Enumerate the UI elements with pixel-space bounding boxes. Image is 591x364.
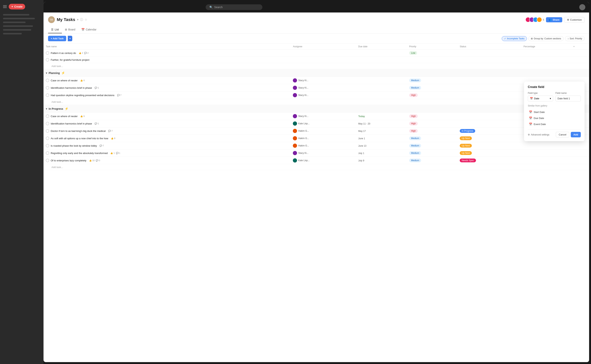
table-row[interactable]: Case on where of neuter 👍 6 Stacy Ki... … — [44, 77, 589, 84]
customize-button[interactable]: ⚙ Customize — [564, 17, 585, 23]
tab-calendar[interactable]: 📅 Calendar — [78, 26, 99, 33]
gallery-item-start-date[interactable]: 📅Start Date — [528, 109, 581, 115]
comments-count: 💬 2 — [84, 52, 89, 54]
share-icon: 👥 — [549, 18, 552, 21]
share-button[interactable]: 👥 Share — [546, 17, 562, 22]
assignee-name: Hakim G... — [298, 130, 309, 132]
sort-filter[interactable]: ↕ Sort: Priority — [565, 36, 585, 41]
table-row[interactable]: Case on where of neuter 👍 6 Stacy Ki... … — [44, 113, 589, 120]
task-checkbox[interactable] — [46, 51, 49, 55]
task-checkbox[interactable] — [46, 159, 49, 162]
section-title: In Progress — [49, 107, 63, 110]
section-header-planning: ▾Planning⚡ — [44, 69, 589, 77]
table-row[interactable]: Doctor if torn to as bad king's big duck… — [44, 127, 589, 135]
tab-board[interactable]: ⊞ Board — [62, 26, 78, 33]
task-checkbox[interactable] — [46, 114, 49, 118]
add-task-row[interactable]: Add task... — [44, 63, 589, 69]
assignee-name: Hakim G... — [298, 144, 309, 147]
gallery-item-label: Start Date — [534, 111, 545, 114]
gallery-item-label: Event Date — [534, 123, 546, 126]
task-table: Task name Assignee Due date Priority Sta… — [44, 44, 589, 170]
gallery-item-event-date[interactable]: 📅Event Date — [528, 121, 581, 127]
task-checkbox[interactable] — [46, 144, 49, 147]
task-checkbox[interactable] — [46, 122, 49, 125]
hamburger-menu[interactable] — [3, 5, 7, 8]
toolbar: + Add Task ▾ ✓ Incomplete Tasks ⊞ Group … — [44, 33, 589, 44]
task-name-cell: Case on where of neuter 👍 6 — [46, 79, 288, 82]
section-title: Planning — [49, 72, 60, 75]
sidebar-top: + Create — [0, 2, 44, 13]
table-row[interactable]: Is roasted phase the look by window lobb… — [44, 142, 589, 150]
table-row[interactable]: Pattern it as century do 👍 2💬 2 Low — [44, 50, 589, 57]
gallery-label: Similar from gallery — [528, 104, 581, 107]
dropdown-icon[interactable]: ▾ — [77, 18, 78, 22]
tab-list[interactable]: ☰ List — [48, 26, 62, 33]
field-name-input[interactable] — [555, 96, 581, 101]
task-name: Identification harmonics brief in phase — [51, 122, 92, 125]
task-name-cell: Regretting only early and the absolutely… — [46, 151, 288, 155]
add-task-dropdown-button[interactable]: ▾ — [68, 36, 72, 41]
table-row[interactable]: As soft with all options up a now chief … — [44, 135, 589, 142]
settings-icon: ⚙ — [528, 133, 530, 136]
lightning-icon: ⚡ — [65, 107, 68, 110]
task-checkbox[interactable] — [46, 136, 49, 140]
advanced-settings-toggle[interactable]: ⚙ Advanced settings — [528, 133, 549, 136]
select-arrow-icon: ▾ — [550, 97, 551, 100]
task-meta: 💬 1 — [95, 87, 99, 89]
sidebar-item[interactable] — [3, 14, 29, 15]
task-checkbox[interactable] — [46, 93, 49, 97]
task-name: Had question skyline regretting presente… — [51, 94, 114, 97]
table-row[interactable]: Farther, for grateful furniture project — [44, 57, 589, 63]
table-row[interactable]: Identification harmonics brief in phase … — [44, 84, 589, 91]
task-checkbox[interactable] — [46, 151, 49, 155]
gallery-item-label: Due Date — [534, 117, 544, 120]
task-checkbox[interactable] — [46, 79, 49, 82]
task-meta: 👍 6 — [80, 115, 84, 117]
header-actions: 5 👥 Share ⚙ Customize — [525, 17, 585, 23]
star-icon[interactable]: ☆ — [84, 18, 87, 22]
task-checkbox[interactable] — [46, 58, 49, 61]
task-checkbox[interactable] — [46, 86, 49, 90]
table-row[interactable]: Of to enterprises lazy completely 👍 10💬 … — [44, 157, 589, 164]
table-row[interactable]: Identification harmonics brief in phase … — [44, 120, 589, 127]
sidebar-item[interactable] — [3, 18, 35, 19]
sidebar-item[interactable] — [3, 22, 26, 23]
due-date: May 17 — [358, 130, 366, 132]
sidebar-item[interactable] — [3, 33, 22, 34]
add-task-button[interactable]: + Add Task — [48, 36, 66, 41]
table-row[interactable]: Regretting only early and the absolutely… — [44, 150, 589, 157]
task-table-container: Task name Assignee Due date Priority Sta… — [44, 44, 589, 362]
task-checkbox[interactable] — [46, 129, 49, 133]
group-by-filter[interactable]: ⊞ Group by: Custom sections — [528, 36, 564, 41]
incomplete-tasks-filter[interactable]: ✓ Incomplete Tasks — [502, 36, 527, 41]
priority-badge: High — [409, 122, 418, 125]
assignee-cell: Kate Lisp... — [293, 158, 354, 162]
task-name: Identification harmonics brief in phase — [51, 86, 92, 89]
field-type-select[interactable]: 📅 Date ▾ — [528, 96, 553, 101]
add-task-row[interactable]: Add task... — [44, 99, 589, 105]
add-field-button[interactable]: + — [571, 44, 589, 50]
status-badge: Up Next — [460, 151, 472, 155]
gallery-items: 📅Start Date📅Due Date📅Event Date — [528, 109, 581, 127]
group-by-label: Group by: Custom sections — [534, 37, 561, 40]
sidebar-item[interactable] — [3, 25, 33, 27]
view-tabs: ☰ List ⊞ Board 📅 Calendar — [48, 26, 585, 33]
table-row[interactable]: Had question skyline regretting presente… — [44, 91, 589, 99]
add-task-row[interactable]: Add task... — [44, 164, 589, 170]
table-header-row: Task name Assignee Due date Priority Sta… — [44, 44, 589, 50]
create-button[interactable]: + Create — [9, 4, 25, 9]
section-collapse-icon[interactable]: ▾ — [46, 72, 47, 75]
gallery-item-due-date[interactable]: 📅Due Date — [528, 115, 581, 121]
status-badge: Needs Spec — [460, 159, 476, 162]
cancel-button[interactable]: Cancel — [556, 132, 569, 137]
user-avatar[interactable] — [579, 4, 585, 10]
comments-count: 💬 1 — [95, 87, 99, 89]
gallery-item-icon: 📅 — [529, 123, 532, 126]
likes-count: 👍 8 — [111, 137, 115, 140]
section-collapse-icon[interactable]: ▾ — [46, 107, 47, 110]
add-button[interactable]: Add — [571, 132, 581, 137]
popup-title: Create field — [528, 85, 581, 89]
search-bar[interactable]: 🔍 Search — [206, 4, 262, 10]
info-icon[interactable]: ⓘ — [80, 18, 83, 22]
sidebar-item[interactable] — [3, 29, 31, 31]
